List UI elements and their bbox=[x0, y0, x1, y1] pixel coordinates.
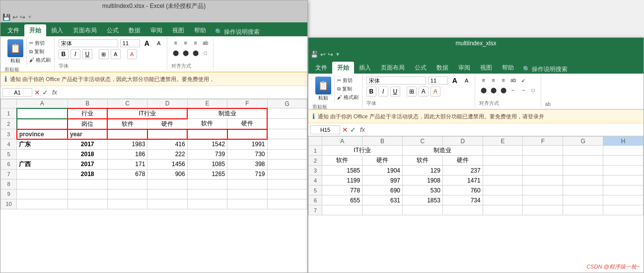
cell-F3-back[interactable] bbox=[227, 129, 267, 139]
align-left-button-back[interactable]: ⬤ bbox=[171, 48, 180, 57]
undo-icon-front[interactable]: ↩ bbox=[320, 51, 326, 58]
cell-B6-front[interactable]: 631 bbox=[362, 195, 403, 205]
cell-G2-front[interactable] bbox=[563, 156, 603, 166]
cell-E4-back[interactable]: 1542 bbox=[187, 139, 227, 150]
cell-D4-back[interactable]: 416 bbox=[147, 139, 187, 150]
font-size-input-front[interactable] bbox=[428, 77, 448, 85]
align-left-button-front[interactable]: ⬤ bbox=[479, 86, 488, 94]
cell-G1-back[interactable] bbox=[267, 108, 307, 119]
cell-C3-front[interactable]: 129 bbox=[403, 166, 443, 176]
tab-formula-back[interactable]: 公式 bbox=[102, 24, 124, 36]
copy-button-back[interactable]: ⧉ 复制 bbox=[28, 48, 52, 56]
cell-B3-front[interactable]: 1904 bbox=[362, 166, 403, 176]
col-D-header-back[interactable]: D bbox=[147, 99, 187, 108]
cell-F5-front[interactable] bbox=[523, 185, 563, 195]
cell-G2-back[interactable] bbox=[267, 119, 307, 129]
align-bottom-button-back[interactable]: ≡ bbox=[191, 38, 200, 47]
cut-button-front[interactable]: ✂ 剪切 bbox=[336, 77, 360, 85]
cell-E1-front[interactable] bbox=[483, 146, 523, 156]
cell-ref-front[interactable] bbox=[310, 125, 340, 134]
tab-help-front[interactable]: 帮助 bbox=[497, 62, 519, 74]
col-A-header-back[interactable]: A bbox=[17, 99, 68, 108]
cell-E3-back[interactable] bbox=[187, 129, 227, 139]
col-H-header-front[interactable]: H bbox=[603, 137, 644, 146]
cell-D6-front[interactable]: 734 bbox=[442, 195, 483, 205]
cell-B2-back[interactable]: 岗位 bbox=[68, 119, 107, 129]
font-size-input-back[interactable] bbox=[120, 39, 140, 47]
tab-insert-back[interactable]: 插入 bbox=[46, 24, 68, 36]
tab-file-front[interactable]: 文件 bbox=[310, 62, 332, 74]
cell-A5-back[interactable] bbox=[17, 149, 68, 159]
cell-A6-front[interactable]: 655 bbox=[322, 195, 362, 205]
cell-E6-front[interactable] bbox=[483, 195, 523, 205]
formula-input-front[interactable] bbox=[369, 125, 642, 134]
font-color-button-front[interactable]: A bbox=[430, 87, 440, 96]
col-F-header-back[interactable]: F bbox=[227, 99, 267, 108]
col-E-header-back[interactable]: E bbox=[187, 99, 227, 108]
cell-C5-back[interactable]: 186 bbox=[107, 149, 147, 159]
cell-F2-front[interactable] bbox=[523, 156, 563, 166]
cell-A3-front[interactable]: 1585 bbox=[322, 166, 362, 176]
align-right-button-back[interactable]: ⬤ bbox=[191, 48, 200, 57]
indent-dec-button-front[interactable]: ← bbox=[509, 86, 518, 94]
col-C-header-back[interactable]: C bbox=[107, 99, 147, 108]
tab-data-back[interactable]: 数据 bbox=[124, 24, 145, 36]
cell-H3-front[interactable] bbox=[603, 166, 644, 176]
cell-E5-back[interactable]: 739 bbox=[187, 149, 227, 159]
cell-H4-front[interactable] bbox=[603, 176, 644, 185]
tab-review-front[interactable]: 审阅 bbox=[453, 62, 475, 74]
cell-G3-back[interactable] bbox=[267, 129, 307, 139]
cut-button-back[interactable]: ✂ 剪切 bbox=[28, 39, 52, 47]
col-G-header-back[interactable]: G bbox=[267, 99, 307, 108]
tab-file-back[interactable]: 文件 bbox=[2, 24, 24, 36]
col-B-header-front[interactable]: B bbox=[362, 137, 403, 146]
border-button-front[interactable]: ⊞ bbox=[407, 87, 417, 96]
col-F-header-front[interactable]: F bbox=[523, 137, 563, 146]
wrap-text-button-front[interactable]: ab bbox=[509, 76, 518, 85]
cell-A5-front[interactable]: 778 bbox=[322, 185, 362, 195]
cell-G4-back[interactable] bbox=[267, 139, 307, 150]
cell-E4-front[interactable] bbox=[483, 176, 523, 185]
align-top-button-front[interactable]: ≡ bbox=[479, 76, 488, 85]
redo-icon-back[interactable]: ↪ bbox=[20, 13, 25, 21]
tab-layout-back[interactable]: 页面布局 bbox=[68, 24, 102, 36]
border-button-back[interactable]: ⊞ bbox=[99, 49, 109, 59]
cell-B1-back[interactable]: 行业 bbox=[68, 108, 107, 119]
cell-A1-back[interactable] bbox=[17, 108, 68, 119]
bold-button-back[interactable]: B bbox=[59, 49, 69, 59]
cell-D4-front[interactable]: 1471 bbox=[442, 176, 483, 185]
cell-F3-front[interactable] bbox=[523, 166, 563, 176]
fill-color-button-back[interactable]: A bbox=[111, 49, 121, 59]
cell-B4-back[interactable]: 2017 bbox=[68, 139, 107, 150]
cell-A6-back[interactable]: 广西 bbox=[17, 159, 68, 169]
tab-home-back[interactable]: 开始 bbox=[24, 24, 46, 36]
cell-D3-front[interactable]: 237 bbox=[442, 166, 483, 176]
formula-cross-front[interactable]: ✕ bbox=[342, 126, 348, 134]
cell-H5-front[interactable] bbox=[603, 185, 644, 195]
merge-center-button-front[interactable]: □ bbox=[529, 86, 538, 94]
cell-G1-front[interactable] bbox=[563, 146, 603, 156]
cell-E1-back[interactable]: 制造业 bbox=[187, 108, 267, 119]
cell-C2-front[interactable]: 软件 bbox=[403, 156, 443, 166]
cell-A4-front[interactable]: 1199 bbox=[322, 176, 362, 185]
formula-check-back[interactable]: ✓ bbox=[42, 89, 48, 96]
tab-data-front[interactable]: 数据 bbox=[431, 62, 453, 74]
copy-button-front[interactable]: ⧉ 复制 bbox=[336, 85, 360, 93]
cell-E2-back[interactable]: 软件 bbox=[187, 119, 227, 129]
merge-button-back[interactable]: □ bbox=[201, 48, 210, 57]
cell-C1-back[interactable]: IT行业 bbox=[107, 108, 187, 119]
cell-E5-front[interactable] bbox=[483, 185, 523, 195]
cell-D7-back[interactable]: 906 bbox=[147, 169, 187, 179]
font-grow-button-front[interactable]: A bbox=[450, 76, 460, 86]
cell-C1-front[interactable]: 制造业 bbox=[403, 146, 483, 156]
cell-B2-front[interactable]: 硬件 bbox=[362, 156, 403, 166]
cell-C6-back[interactable]: 171 bbox=[107, 159, 147, 169]
underline-button-back[interactable]: U bbox=[82, 49, 92, 59]
cell-G6-back[interactable] bbox=[267, 159, 307, 169]
underline-button-front[interactable]: U bbox=[390, 87, 400, 96]
cell-F7-back[interactable]: 719 bbox=[227, 169, 267, 179]
cell-A7-back[interactable] bbox=[17, 169, 68, 179]
cell-B7-back[interactable]: 2018 bbox=[68, 169, 107, 179]
font-grow-button-back[interactable]: A bbox=[142, 38, 152, 48]
cell-E7-back[interactable]: 1265 bbox=[187, 169, 227, 179]
